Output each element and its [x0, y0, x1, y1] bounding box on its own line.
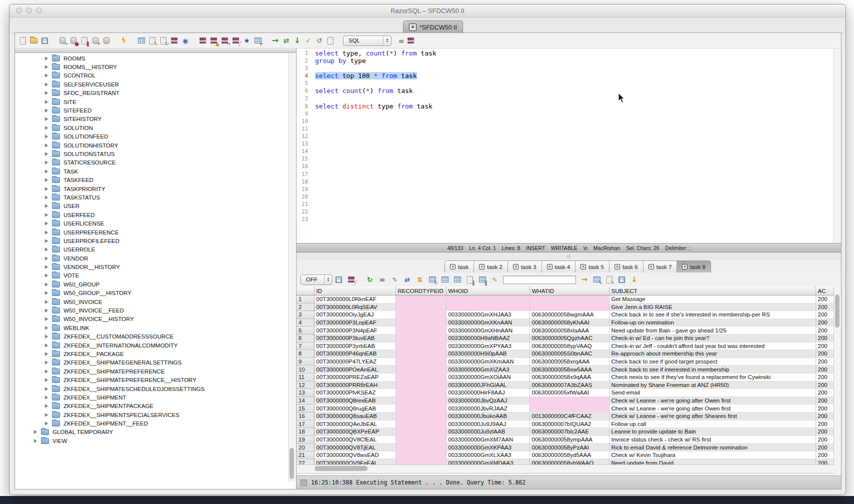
- disclosure-triangle-icon[interactable]: [45, 178, 48, 182]
- code-line[interactable]: [315, 200, 841, 208]
- table-cell-ac[interactable]: 200: [816, 444, 834, 452]
- disclosure-triangle-icon[interactable]: [45, 352, 48, 356]
- table-cell-recordtypeid[interactable]: [396, 428, 446, 436]
- disclosure-triangle-icon[interactable]: [45, 126, 48, 130]
- disclosure-triangle-icon[interactable]: [45, 422, 48, 426]
- table-describe-icon[interactable]: [440, 275, 450, 284]
- refresh-results-icon[interactable]: ↻: [365, 275, 374, 284]
- table-cell-id[interactable]: 00T3000000QV8TjEAL: [314, 444, 396, 452]
- tree-item-w50-invoice[interactable]: W50_INVOICE: [15, 298, 296, 306]
- table-cell-whoid[interactable]: 0033000000Ju9J9AAJ: [446, 420, 530, 428]
- sidebar-scrollbar[interactable]: [288, 53, 296, 482]
- table-cell-recordtypeid[interactable]: [396, 366, 446, 374]
- table-cell-rownum[interactable]: 9: [296, 358, 314, 366]
- tree-item-rooms-history[interactable]: ROOMS__HISTORY: [15, 62, 296, 71]
- table-cell-ac[interactable]: 200: [816, 381, 834, 389]
- table-row[interactable]: 1000T3000000POeAnEAL 0033000000GmXIZAA30…: [296, 366, 834, 374]
- tree-item-zkfedex-shipmatepreference[interactable]: ZKFEDEX__SHIPMATEPREFERENCE: [15, 367, 296, 376]
- disclosure-triangle-icon[interactable]: [45, 248, 48, 252]
- tree-item-userprofilefeed[interactable]: USERPROFILEFEED: [15, 236, 296, 245]
- table-row[interactable]: 2100T3000000QV8wsEAD 0033000000GmXLXAA30…: [296, 451, 834, 459]
- table-cell-whatid[interactable]: 006300000058ympAAA: [530, 436, 609, 444]
- horizontal-splitter[interactable]: [296, 252, 841, 260]
- table-row[interactable]: 1900T3000000QV8CfEAL 0033000000GmXM7AAN0…: [296, 436, 834, 444]
- disclosure-triangle-icon[interactable]: [45, 170, 48, 174]
- disclosure-triangle-icon[interactable]: [45, 117, 48, 121]
- table-cell-whoid[interactable]: [446, 296, 530, 304]
- code-line[interactable]: [315, 216, 841, 223]
- table-cell-id[interactable]: 00T3000000P47LYEAZ: [314, 358, 396, 366]
- table-cell-id[interactable]: 00T3000000QBXPeEAP: [314, 428, 396, 436]
- table-cell-ac[interactable]: 200: [816, 389, 834, 397]
- tree-item-zkfedex-package[interactable]: ZKFEDEX__PACKAGE: [15, 350, 296, 358]
- disclosure-triangle-icon[interactable]: [45, 282, 48, 286]
- table-cell-whoid[interactable]: 0033000000H9i0pAAB: [446, 350, 530, 358]
- table-refresh-icon[interactable]: ↻: [428, 275, 437, 284]
- row-limit-select[interactable]: OFF ▲▼: [300, 274, 332, 285]
- tree-item-view[interactable]: VIEW: [15, 436, 296, 445]
- table-cell-rownum[interactable]: 3: [296, 311, 314, 319]
- code-line[interactable]: [315, 110, 841, 118]
- table-cell-id[interactable]: 00T3000000P3yrbEAB: [314, 342, 396, 350]
- tree-item-rooms[interactable]: ROOMS: [15, 54, 296, 62]
- notebook-icon[interactable]: [170, 36, 179, 46]
- table-row[interactable]: 1200T3000000PRR8rEAH 0033000000JFhGIAAL0…: [296, 381, 834, 389]
- table-row[interactable]: 2200T3000000QV9FaEAL 0033000000GmXMDAA30…: [296, 459, 834, 464]
- table-cell-recordtypeid[interactable]: [396, 396, 446, 404]
- result-tab-task[interactable]: ✕task: [445, 261, 474, 272]
- table-cell-ac[interactable]: 200: [816, 373, 834, 381]
- table-cell-rownum[interactable]: 8: [296, 350, 314, 358]
- tree-item-solution[interactable]: SOLUTION: [15, 124, 296, 132]
- code-line[interactable]: [315, 140, 841, 148]
- disclosure-triangle-icon[interactable]: [45, 108, 48, 112]
- code-line[interactable]: [315, 118, 841, 125]
- table-cell-subject[interactable]: Check-in w/ Ed - can he join this year?: [609, 334, 816, 342]
- table-cell-recordtypeid[interactable]: [396, 311, 446, 319]
- table-cell-id[interactable]: 00T3000000PRR8rEAH: [314, 381, 396, 389]
- table-cell-id[interactable]: 00T3000000Q8rugEAB: [314, 404, 396, 412]
- table-cell-recordtypeid[interactable]: [396, 358, 446, 366]
- table-row[interactable]: 900T3000000P47LYEAZ 0033000000GmXKmAAN00…: [296, 358, 834, 366]
- fetch-more-icon[interactable]: ↓: [630, 275, 639, 284]
- table-cell-ac[interactable]: 200: [816, 428, 834, 436]
- table-cell-subject[interactable]: Nominated by Shane Freeman at ANZ (HR50): [609, 381, 816, 389]
- zoom-window-icon[interactable]: [36, 8, 42, 14]
- table-cell-subject[interactable]: Give Jenn a BIG RAISE: [609, 303, 816, 311]
- table-cell-id[interactable]: 00T3000000L0RknEAF: [314, 296, 396, 304]
- table-cell-id[interactable]: 00T3000000QV9FaEAL: [314, 459, 396, 464]
- table-row[interactable]: 1600T3000000Q8sauEAB 0033000000JbukoAAB0…: [296, 412, 834, 420]
- table-edit-icon[interactable]: ✎: [592, 275, 602, 284]
- table-cell-id[interactable]: 00T3000000QV8wsEAD: [314, 451, 396, 459]
- table-cell-id[interactable]: 00T3000000Q8sauEAB: [314, 412, 396, 420]
- tree-item-taskfeed[interactable]: TASKFEED: [15, 176, 296, 184]
- table-cell-whoid[interactable]: 0033000000GmXKmAAN: [446, 358, 530, 366]
- code-line[interactable]: [315, 178, 841, 186]
- table-cell-rownum[interactable]: 19: [296, 436, 314, 444]
- disclosure-triangle-icon[interactable]: [45, 387, 48, 391]
- disclosure-triangle-icon[interactable]: [45, 144, 48, 148]
- describe-glasses-icon[interactable]: ∞: [396, 36, 406, 46]
- table-cell-ac[interactable]: 200: [816, 358, 834, 366]
- disclosure-triangle-icon[interactable]: [45, 230, 48, 234]
- edit-results-icon[interactable]: ✎: [390, 275, 400, 284]
- table-cell-subject[interactable]: Follow-up on nomination: [609, 318, 816, 326]
- table-cell-subject[interactable]: Send email: [609, 389, 816, 397]
- table-cell-whoid[interactable]: 0033000000GmXPYAA3: [446, 342, 530, 350]
- save-grid-icon[interactable]: [617, 275, 626, 284]
- statement-mode-select[interactable]: SQL ▲▼: [343, 36, 392, 46]
- table-cell-rownum[interactable]: 11: [296, 373, 314, 381]
- tree-item-solutionstatus[interactable]: SOLUTIONSTATUS: [15, 150, 296, 158]
- indent-lines-icon[interactable]: →: [220, 36, 230, 46]
- table-cell-subject[interactable]: Rick to email David & reference Delmonte…: [609, 444, 816, 452]
- table-cell-subject[interactable]: Check nexis to see if they've found a re…: [609, 373, 816, 381]
- table-cell-recordtypeid[interactable]: [396, 436, 446, 444]
- tree-item-vendor[interactable]: VENDOR: [15, 254, 296, 262]
- disclosure-triangle-icon[interactable]: [45, 378, 48, 382]
- disclosure-triangle-icon[interactable]: [45, 300, 48, 304]
- table-cell-id[interactable]: 00T3000000QAeJbEAL: [314, 420, 396, 428]
- tree-item-zkfedex-shipmentspecialservices[interactable]: ZKFEDEX__SHIPMENTSPECIALSERVICES: [15, 410, 296, 419]
- table-cell-rownum[interactable]: 16: [296, 412, 314, 420]
- table-cell-whoid[interactable]: 0033000000GmXIZAA3: [446, 366, 530, 374]
- table-row[interactable]: 600T3000000P3tuvEAB 0033000000H9aNBAAZ00…: [296, 334, 834, 342]
- title-bar[interactable]: RazorSQL – SFDCW50 II: [10, 4, 846, 18]
